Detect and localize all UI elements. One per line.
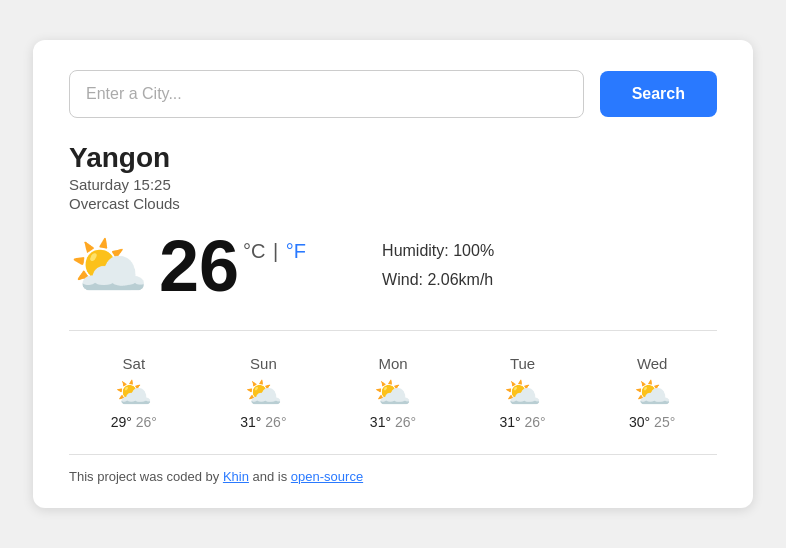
forecast-temps: 31° 26°	[499, 414, 545, 430]
wind-label: Wind: 2.06km/h	[382, 266, 494, 295]
forecast-lo: 26°	[136, 414, 157, 430]
forecast-weather-icon: ⛅	[634, 378, 671, 408]
date-time: Saturday 15:25	[69, 176, 717, 193]
weather-card: Search Yangon Saturday 15:25 Overcast Cl…	[33, 40, 753, 508]
forecast-weather-icon: ⛅	[245, 378, 282, 408]
forecast-day: Tue ⛅ 31° 26°	[458, 355, 588, 430]
forecast-temps: 30° 25°	[629, 414, 675, 430]
weather-details: Humidity: 100% Wind: 2.06km/h	[382, 237, 494, 295]
footer-text-middle: and is	[249, 469, 291, 484]
fahrenheit-unit[interactable]: °F	[286, 240, 306, 262]
open-source-link[interactable]: open-source	[291, 469, 363, 484]
unit-separator: |	[268, 240, 284, 262]
forecast-day-name: Wed	[637, 355, 668, 372]
forecast-row: Sat ⛅ 29° 26° Sun ⛅ 31° 26° Mon ⛅ 31° 26…	[69, 355, 717, 430]
footer-text-before: This project was coded by	[69, 469, 223, 484]
temperature-value: 26	[159, 230, 239, 302]
forecast-hi: 31°	[240, 414, 261, 430]
forecast-weather-icon: ⛅	[504, 378, 541, 408]
temperature-display: 26 °C | °F	[159, 230, 306, 302]
forecast-day-name: Tue	[510, 355, 535, 372]
forecast-hi: 29°	[111, 414, 132, 430]
forecast-day: Mon ⛅ 31° 26°	[328, 355, 458, 430]
weather-condition: Overcast Clouds	[69, 195, 717, 212]
forecast-lo: 26°	[265, 414, 286, 430]
celsius-unit: °C	[243, 240, 265, 262]
forecast-day: Sat ⛅ 29° 26°	[69, 355, 199, 430]
search-row: Search	[69, 70, 717, 118]
forecast-day-name: Mon	[378, 355, 407, 372]
forecast-day: Wed ⛅ 30° 25°	[587, 355, 717, 430]
forecast-day: Sun ⛅ 31° 26°	[199, 355, 329, 430]
footer: This project was coded by Khin and is op…	[69, 454, 717, 484]
forecast-day-name: Sun	[250, 355, 277, 372]
weather-icon: ⛅	[69, 234, 149, 298]
forecast-lo: 26°	[525, 414, 546, 430]
icon-temp-group: ⛅ 26 °C | °F	[69, 230, 306, 302]
divider	[69, 330, 717, 331]
humidity-label: Humidity: 100%	[382, 237, 494, 266]
forecast-lo: 26°	[395, 414, 416, 430]
forecast-hi: 30°	[629, 414, 650, 430]
forecast-temps: 31° 26°	[370, 414, 416, 430]
temperature-units: °C | °F	[243, 240, 306, 263]
city-search-input[interactable]	[69, 70, 584, 118]
author-link[interactable]: Khin	[223, 469, 249, 484]
city-name: Yangon	[69, 142, 717, 174]
forecast-hi: 31°	[499, 414, 520, 430]
forecast-hi: 31°	[370, 414, 391, 430]
search-button[interactable]: Search	[600, 71, 717, 117]
forecast-temps: 31° 26°	[240, 414, 286, 430]
forecast-day-name: Sat	[123, 355, 146, 372]
forecast-weather-icon: ⛅	[115, 378, 152, 408]
weather-main: ⛅ 26 °C | °F Humidity: 100% Wind: 2.06km…	[69, 230, 717, 302]
forecast-weather-icon: ⛅	[374, 378, 411, 408]
forecast-lo: 25°	[654, 414, 675, 430]
forecast-temps: 29° 26°	[111, 414, 157, 430]
